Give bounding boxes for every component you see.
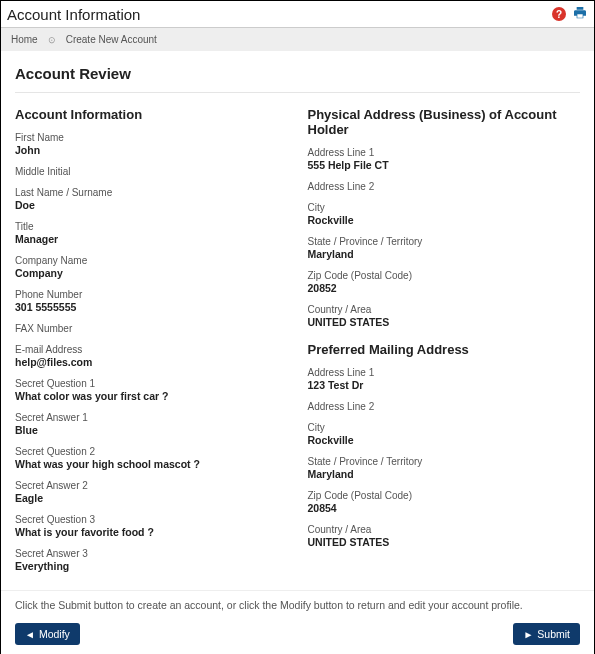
titlebar: Account Information ? [1,1,594,28]
field: First NameJohn [15,132,288,156]
modify-button[interactable]: ◄ Modify [15,623,80,645]
field-label: Title [15,221,288,232]
field-label: Address Line 2 [308,181,581,192]
field-value: Maryland [308,248,581,260]
field-label: Address Line 2 [308,401,581,412]
field: Middle Initial [15,166,288,177]
field: Secret Question 3What is your favorite f… [15,514,288,538]
physical-address-fields: Address Line 1555 Help File CTAddress Li… [308,147,581,328]
field-value: UNITED STATES [308,536,581,548]
field-label: Secret Question 2 [15,446,288,457]
field-label: E-mail Address [15,344,288,355]
field: FAX Number [15,323,288,334]
field: Country / AreaUNITED STATES [308,524,581,548]
field-label: Secret Answer 3 [15,548,288,559]
field-value: John [15,144,288,156]
field-value: 123 Test Dr [308,379,581,391]
section-heading: Preferred Mailing Address [308,342,581,357]
field-value: What is your favorite food ? [15,526,288,538]
help-icon[interactable]: ? [552,7,566,21]
field-label: Zip Code (Postal Code) [308,270,581,281]
field-label: City [308,422,581,433]
content: Account Review Account Information First… [1,51,594,590]
address-section: Physical Address (Business) of Account H… [308,107,581,582]
field-value: Blue [15,424,288,436]
field-label: Country / Area [308,304,581,315]
modify-button-label: Modify [39,628,70,640]
field-label: Secret Question 3 [15,514,288,525]
field-label: State / Province / Territory [308,236,581,247]
submit-button-label: Submit [537,628,570,640]
button-row: ◄ Modify ► Submit [1,623,594,654]
field-label: FAX Number [15,323,288,334]
field-value: 20852 [308,282,581,294]
breadcrumb: Home ⊙ Create New Account [1,28,594,51]
field: Zip Code (Postal Code)20854 [308,490,581,514]
field-value: 301 5555555 [15,301,288,313]
field-value: 20854 [308,502,581,514]
field: Secret Answer 1Blue [15,412,288,436]
field-value: Everything [15,560,288,572]
field-value: Manager [15,233,288,245]
field-value: Maryland [308,468,581,480]
field-value: What color was your first car ? [15,390,288,402]
field: TitleManager [15,221,288,245]
titlebar-icons: ? [552,5,588,23]
field: E-mail Addresshelp@files.com [15,344,288,368]
columns: Account Information First NameJohnMiddle… [15,107,580,582]
mailing-address-fields: Address Line 1123 Test DrAddress Line 2C… [308,367,581,548]
account-info-section: Account Information First NameJohnMiddle… [15,107,288,582]
field: Country / AreaUNITED STATES [308,304,581,328]
field: Address Line 2 [308,181,581,192]
field-value: Company [15,267,288,279]
field-value: Rockville [308,434,581,446]
field: CityRockville [308,422,581,446]
breadcrumb-home[interactable]: Home [11,34,38,45]
field-value: Doe [15,199,288,211]
field-label: Company Name [15,255,288,266]
field-value: Rockville [308,214,581,226]
field: Secret Answer 3Everything [15,548,288,572]
field-value: What was your high school mascot ? [15,458,288,470]
field: Secret Answer 2Eagle [15,480,288,504]
field: CityRockville [308,202,581,226]
field-label: City [308,202,581,213]
arrow-right-icon: ► [523,629,533,640]
instruction-text: Click the Submit button to create an acc… [1,590,594,623]
page-header: Account Information [7,6,140,23]
field-label: Phone Number [15,289,288,300]
field: State / Province / TerritoryMaryland [308,236,581,260]
field-value: help@files.com [15,356,288,368]
print-icon[interactable] [572,5,588,23]
field: Secret Question 1What color was your fir… [15,378,288,402]
field: State / Province / TerritoryMaryland [308,456,581,480]
field-value: 555 Help File CT [308,159,581,171]
arrow-left-icon: ◄ [25,629,35,640]
field-label: Secret Question 1 [15,378,288,389]
breadcrumb-current: Create New Account [66,34,157,45]
field: Last Name / SurnameDoe [15,187,288,211]
section-heading: Physical Address (Business) of Account H… [308,107,581,137]
field-label: Secret Answer 1 [15,412,288,423]
field: Address Line 1555 Help File CT [308,147,581,171]
field: Secret Question 2What was your high scho… [15,446,288,470]
field: Zip Code (Postal Code)20852 [308,270,581,294]
field-label: Address Line 1 [308,147,581,158]
field-value: UNITED STATES [308,316,581,328]
field-value: Eagle [15,492,288,504]
page-title: Account Review [15,65,580,93]
field-label: Last Name / Surname [15,187,288,198]
field-label: State / Province / Territory [308,456,581,467]
field-label: First Name [15,132,288,143]
account-info-fields: First NameJohnMiddle InitialLast Name / … [15,132,288,572]
field-label: Middle Initial [15,166,288,177]
field: Phone Number301 5555555 [15,289,288,313]
field: Address Line 1123 Test Dr [308,367,581,391]
field-label: Country / Area [308,524,581,535]
field: Company NameCompany [15,255,288,279]
field-label: Zip Code (Postal Code) [308,490,581,501]
section-heading: Account Information [15,107,288,122]
window: Account Information ? Home ⊙ Create New … [0,0,595,654]
submit-button[interactable]: ► Submit [513,623,580,645]
field-label: Secret Answer 2 [15,480,288,491]
